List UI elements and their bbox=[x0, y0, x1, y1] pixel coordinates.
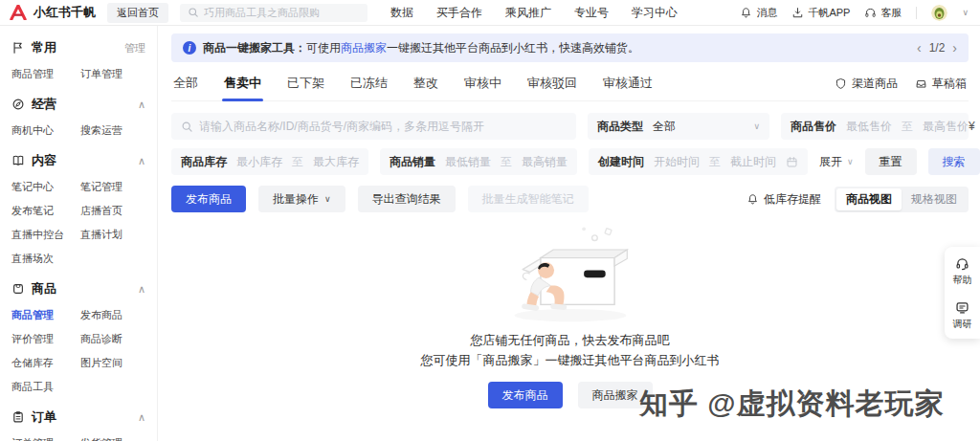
sidebar-item-live-sessions[interactable]: 直播场次 bbox=[11, 252, 80, 266]
headset-icon bbox=[955, 256, 969, 271]
publish-product-button[interactable]: 发布商品 bbox=[171, 186, 246, 212]
sidebar-item-product-tools[interactable]: 商品工具 bbox=[11, 380, 80, 394]
sidebar: 常用 管理 商品管理 订单管理 经营 ∧ 商机中心 搜索运营 内容 bbox=[0, 26, 158, 441]
sidebar-section-product: 商品 ∧ 商品管理 发布商品 评价管理 商品诊断 仓储库存 图片空间 商品工具 bbox=[11, 280, 145, 394]
chevron-up-icon[interactable]: ∧ bbox=[138, 155, 145, 167]
survey-button[interactable]: 调研 bbox=[953, 300, 972, 331]
start-time-field[interactable]: 开始时间 bbox=[654, 154, 700, 170]
tab-frozen[interactable]: 已冻结 bbox=[350, 75, 388, 92]
sidebar-item-publish-note[interactable]: 发布笔记 bbox=[11, 204, 80, 218]
sidebar-item-shipping-management[interactable]: 发货管理 bbox=[80, 436, 145, 441]
batch-actions-button[interactable]: 批量操作 ∨ bbox=[258, 186, 345, 212]
end-time-field[interactable]: 截止时间 bbox=[730, 154, 776, 170]
divider bbox=[916, 7, 917, 19]
reset-button[interactable]: 重置 bbox=[865, 148, 917, 175]
product-mover-link[interactable]: 商品搬家 bbox=[341, 41, 387, 55]
pager-next-icon[interactable]: › bbox=[952, 41, 957, 55]
watermark: 知乎 @虚拟资料老玩家 bbox=[639, 385, 945, 424]
tab-rejected[interactable]: 审核驳回 bbox=[527, 75, 577, 92]
empty-box-illustration bbox=[494, 218, 647, 326]
pager-prev-icon[interactable]: ‹ bbox=[917, 41, 922, 55]
nav-professional-account[interactable]: 专业号 bbox=[574, 5, 609, 21]
stock-max-field[interactable]: 最大库存 bbox=[313, 154, 359, 170]
bell-icon bbox=[740, 7, 752, 19]
chevron-up-icon[interactable]: ∧ bbox=[138, 99, 145, 111]
filter-row-1: 商品类型 全部 ∨ 商品售价 最低售价 至 最高售价 ¥ bbox=[171, 113, 969, 140]
price-max-field[interactable]: 最高售价 bbox=[923, 119, 969, 135]
search-button[interactable]: 搜索 bbox=[928, 148, 980, 175]
section-title-content: 内容 bbox=[32, 152, 56, 169]
spec-view-tab[interactable]: 规格视图 bbox=[902, 188, 967, 210]
sidebar-item-note-management[interactable]: 笔记管理 bbox=[80, 180, 145, 194]
keyword-input[interactable] bbox=[199, 120, 567, 133]
app-download-link[interactable]: 千帆APP bbox=[791, 6, 850, 20]
help-button[interactable]: 帮助 bbox=[953, 256, 972, 287]
empty-subtitle: 您可使用「商品搬家」一键搬迁其他平台商品到小红书 bbox=[171, 350, 969, 370]
product-type-select[interactable]: 商品类型 全部 ∨ bbox=[588, 113, 769, 140]
sidebar-item-opportunity-center[interactable]: 商机中心 bbox=[11, 123, 80, 138]
nav-buyer-coop[interactable]: 买手合作 bbox=[436, 5, 482, 21]
customer-service-link[interactable]: 客服 bbox=[864, 6, 902, 20]
filter-row-2: 商品库存 最小库存 至 最大库存 商品销量 最低销量 至 最高销量 创建时间 开… bbox=[171, 148, 969, 175]
price-range-filter[interactable]: 商品售价 最低售价 至 最高售价 ¥ bbox=[781, 113, 969, 140]
nav-learning-center[interactable]: 学习中心 bbox=[632, 5, 678, 21]
header-search[interactable] bbox=[180, 4, 368, 22]
banner-pager: ‹ 1/2 › bbox=[917, 41, 957, 55]
price-min-field[interactable]: 最低售价 bbox=[846, 119, 892, 135]
sidebar-item-image-space[interactable]: 图片空间 bbox=[80, 356, 145, 370]
nav-data[interactable]: 数据 bbox=[390, 5, 413, 21]
stock-min-field[interactable]: 最小库存 bbox=[236, 154, 282, 170]
type-value: 全部 bbox=[653, 119, 676, 135]
sidebar-item-product-management[interactable]: 商品管理 bbox=[11, 67, 80, 81]
header-right: 消息 千帆APP 客服 ∨ bbox=[740, 5, 969, 21]
sales-range-filter[interactable]: 商品销量 最低销量 至 最高销量 bbox=[380, 148, 577, 175]
low-stock-alert-link[interactable]: 低库存提醒 bbox=[746, 191, 821, 208]
sidebar-item-search-operation[interactable]: 搜索运营 bbox=[80, 123, 145, 138]
survey-chat-icon bbox=[955, 300, 969, 315]
sidebar-item-review-management[interactable]: 评价管理 bbox=[11, 332, 80, 346]
avatar[interactable] bbox=[931, 5, 947, 21]
expand-toggle[interactable]: 展开 ∨ bbox=[819, 154, 854, 170]
sidebar-item-product-diagnosis[interactable]: 商品诊断 bbox=[80, 332, 145, 346]
tab-all[interactable]: 全部 bbox=[173, 75, 198, 92]
back-home-button[interactable]: 返回首页 bbox=[107, 3, 168, 23]
sidebar-item-order-management-2[interactable]: 订单管理 bbox=[11, 436, 80, 441]
header-search-input[interactable] bbox=[204, 7, 360, 18]
chevron-down-icon[interactable]: ∨ bbox=[962, 8, 969, 17]
chevron-up-icon[interactable]: ∧ bbox=[138, 411, 145, 424]
keyword-filter[interactable] bbox=[171, 113, 576, 140]
pager-count: 1/2 bbox=[929, 41, 946, 55]
channel-products-link[interactable]: 渠道商品 bbox=[835, 76, 898, 92]
sidebar-item-live-plan[interactable]: 直播计划 bbox=[80, 228, 145, 242]
product-view-tab[interactable]: 商品视图 bbox=[836, 188, 902, 210]
tab-reviewing[interactable]: 审核中 bbox=[464, 75, 501, 92]
nav-chengfeng-promo[interactable]: 乘风推广 bbox=[505, 5, 551, 21]
sidebar-section-content: 内容 ∧ 笔记中心 笔记管理 发布笔记 店播首页 直播中控台 直播计划 直播场次 bbox=[11, 152, 145, 266]
stock-range-filter[interactable]: 商品库存 最小库存 至 最大库存 bbox=[171, 148, 368, 175]
export-results-button[interactable]: 导出查询结果 bbox=[358, 186, 456, 212]
created-time-filter[interactable]: 创建时间 开始时间 至 截止时间 bbox=[589, 148, 808, 175]
sidebar-item-live-console[interactable]: 直播中控台 bbox=[11, 228, 80, 242]
banner-title: 商品一键搬家工具： bbox=[203, 41, 306, 55]
sidebar-item-publish-product[interactable]: 发布商品 bbox=[80, 308, 145, 322]
sidebar-item-warehouse-stock[interactable]: 仓储库存 bbox=[11, 356, 80, 370]
tab-approved[interactable]: 审核通过 bbox=[603, 75, 653, 92]
sidebar-item-order-management[interactable]: 订单管理 bbox=[80, 67, 145, 81]
empty-publish-button[interactable]: 发布商品 bbox=[488, 382, 563, 408]
header-nav: 数据 买手合作 乘风推广 专业号 学习中心 bbox=[390, 5, 678, 21]
tab-selling[interactable]: 售卖中 bbox=[224, 75, 261, 92]
sidebar-item-product-management-active[interactable]: 商品管理 bbox=[11, 308, 80, 322]
section-title-common: 常用 bbox=[32, 39, 56, 56]
tab-delisted[interactable]: 已下架 bbox=[287, 75, 324, 92]
drafts-link[interactable]: 草稿箱 bbox=[915, 76, 967, 92]
chevron-down-icon: ∨ bbox=[324, 194, 331, 204]
tab-rectify[interactable]: 整改 bbox=[413, 75, 438, 92]
sales-min-field[interactable]: 最低销量 bbox=[445, 154, 491, 170]
batch-smart-notes-button[interactable]: 批量生成智能笔记 bbox=[468, 186, 589, 212]
manage-link[interactable]: 管理 bbox=[124, 41, 145, 55]
sales-max-field[interactable]: 最高销量 bbox=[522, 154, 568, 170]
sidebar-item-note-center[interactable]: 笔记中心 bbox=[11, 180, 80, 194]
chevron-up-icon[interactable]: ∧ bbox=[138, 283, 145, 296]
messages-link[interactable]: 消息 bbox=[740, 6, 777, 20]
sidebar-item-store-live-home[interactable]: 店播首页 bbox=[80, 204, 145, 218]
